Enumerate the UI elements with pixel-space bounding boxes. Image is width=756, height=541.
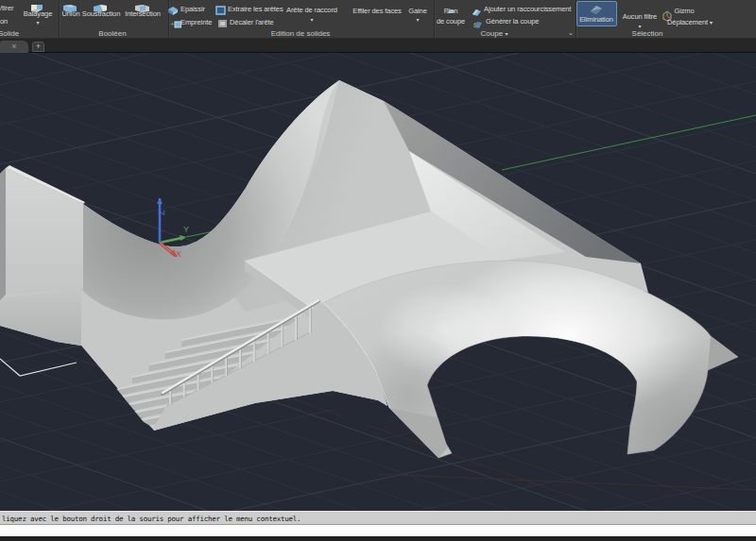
ucs-x-label: X <box>176 249 181 259</box>
file-tabs-bar: × + <box>0 39 756 53</box>
panel-label-edition-de-solides[interactable]: Edition de solides <box>271 29 331 38</box>
icon-graphic <box>215 6 227 15</box>
arete-raccord-dropdown-icon[interactable]: ▾ <box>310 16 313 23</box>
panel-label-booleen[interactable]: Booléen <box>98 29 126 38</box>
ribbon-item-union[interactable]: Union <box>61 9 79 18</box>
ribbon-item-aucun-filtre[interactable]: Aucun filtre <box>623 12 657 21</box>
balayage-dropdown-icon[interactable]: ▾ <box>36 19 39 25</box>
status-bar-strip <box>0 536 756 541</box>
ribbon-item-extrusion[interactable]: on <box>0 17 8 25</box>
ribbon-item-arete-de-raccord[interactable]: Arête de raccord <box>286 6 337 14</box>
ribbon-item-appuyer-tirer[interactable]: /tirer <box>0 4 13 12</box>
panel-label-solide[interactable]: Solide <box>0 29 19 38</box>
panel-label-selection[interactable]: Sélection <box>632 29 663 38</box>
icon-graphic: f <box>473 21 483 28</box>
autocad-window: /tirer on Balayage ▾ Solide Union Soustr… <box>0 0 756 541</box>
icon-glyph: + <box>170 20 175 28</box>
viewport[interactable]: Z Y X <box>0 53 756 511</box>
ribbon-item-balayage[interactable]: Balayage <box>24 9 52 18</box>
command-history-bar: liquez avec le bouton droit de la souris… <box>0 511 756 524</box>
ribbon-item-extraire-les-aretes[interactable]: Extraire les arêtes <box>228 5 284 13</box>
icon-graphic <box>167 6 179 15</box>
panel-label-coupe[interactable]: Coupe ▾ <box>481 29 508 38</box>
ucs-z-label: Z <box>157 210 166 215</box>
ribbon-item-epaissir[interactable]: Epaissir <box>180 5 205 13</box>
ribbon-item-soustraction[interactable]: Soustraction <box>82 9 121 18</box>
ribbon-item-gizmo-deplacement[interactable]: Déplacement ▾ <box>667 18 713 27</box>
gizmo-deplacement-text: Déplacement <box>667 18 708 26</box>
icon-shape-rect <box>216 7 225 14</box>
decaler-arete-icon <box>217 15 229 32</box>
panel-separator <box>434 0 436 38</box>
ribbon-item-generer-la-coupe[interactable]: Générer la coupe <box>486 17 539 25</box>
ribbon: /tirer on Balayage ▾ Solide Union Soustr… <box>0 0 756 39</box>
ribbon-item-intersection[interactable]: Intersection <box>125 9 161 18</box>
ribbon-item-gaine[interactable]: Gaine <box>408 7 427 15</box>
ribbon-item-gizmo[interactable]: Gizmo <box>674 7 694 15</box>
viewport-canvas: Z Y X <box>0 53 756 511</box>
gaine-dropdown-icon[interactable]: ▾ <box>416 16 419 23</box>
panel-label-coupe-text: Coupe <box>481 29 504 38</box>
ribbon-item-plan-de-coupe-line2[interactable]: de coupe <box>437 17 465 25</box>
icon-shape-polygon <box>474 22 482 28</box>
command-history-text: liquez avec le bouton droit de la souris… <box>2 515 301 523</box>
gizmo-dropdown-icon: ▾ <box>710 20 713 25</box>
icon-shape-rect <box>220 22 225 25</box>
drawing-tab[interactable]: × <box>0 41 28 53</box>
ribbon-item-plan-de-coupe[interactable]: Plan <box>444 7 458 15</box>
ribbon-item-effiler-des-faces[interactable]: Effiler des faces <box>352 7 402 15</box>
ribbon-item-empreinte[interactable]: Empreinte <box>180 18 212 26</box>
coupe-dropdown-icon: ▾ <box>505 31 507 37</box>
wall-side-face <box>0 168 6 300</box>
icon-graphic <box>217 19 229 28</box>
ribbon-item-ajouter-un-raccourcissement[interactable]: Ajouter un raccourcissement <box>484 5 571 13</box>
ribbon-item-elimination[interactable]: Elimination <box>579 15 613 24</box>
ucs-y-label: Y <box>183 225 189 234</box>
command-input[interactable] <box>0 524 756 536</box>
ribbon-item-decaler-arete[interactable]: Décaler l'arête <box>230 18 274 26</box>
panel-separator <box>59 0 60 38</box>
coupe-panel-expander-icon[interactable]: ⌄ <box>568 29 574 37</box>
new-drawing-tab-button[interactable]: + <box>32 42 44 52</box>
icon-graphic <box>589 5 604 15</box>
aucun-filtre-dropdown-icon[interactable]: ▾ <box>638 23 641 29</box>
